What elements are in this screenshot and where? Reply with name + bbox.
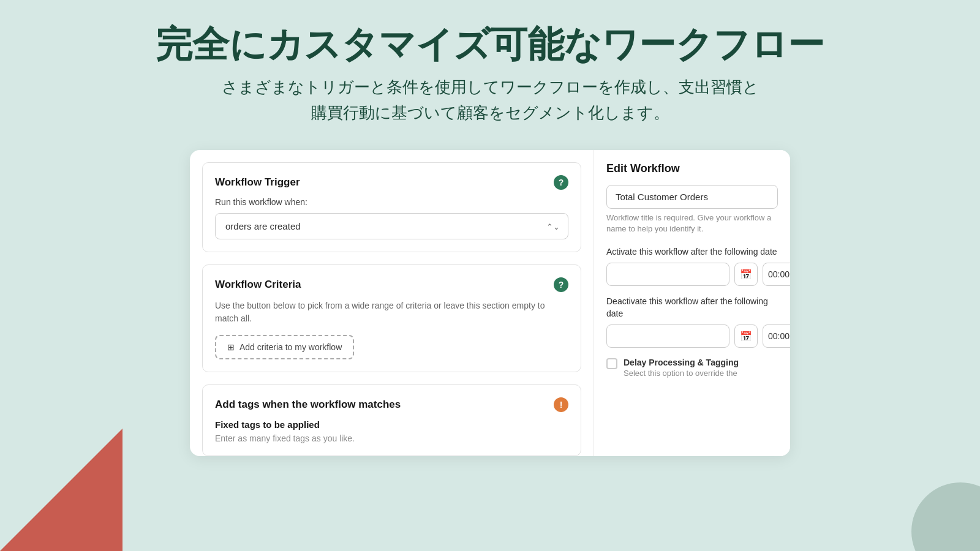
trigger-section: Workflow Trigger ? Run this workflow whe… [202, 162, 581, 252]
delay-sub: Select this option to override the [624, 369, 739, 378]
activate-label: Activate this workflow after the followi… [606, 246, 778, 258]
deactivate-calendar-icon: 📅 [740, 331, 752, 342]
trigger-help-icon[interactable]: ? [554, 175, 568, 190]
add-criteria-label: Add criteria to my workflow [239, 342, 342, 352]
activate-calendar-button[interactable]: 📅 [734, 263, 758, 286]
trigger-title: Workflow Trigger [215, 176, 300, 189]
delay-checkbox-row: Delay Processing & Tagging Select this o… [606, 358, 778, 378]
subtitle-line2: 購買行動に基づいて顧客をセグメント化します。 [311, 103, 669, 122]
tags-section: Add tags when the workflow matches ! Fix… [202, 384, 581, 456]
left-panel: Workflow Trigger ? Run this workflow whe… [190, 150, 594, 456]
delay-text-block: Delay Processing & Tagging Select this o… [624, 358, 739, 378]
tags-header: Add tags when the workflow matches ! [215, 397, 568, 412]
criteria-header: Workflow Criteria ? [215, 277, 568, 292]
tags-warning-icon[interactable]: ! [554, 397, 568, 412]
deactivate-date-row: 📅 00:00 ▲ ▼ [606, 324, 778, 348]
activate-time-value: 00:00 [768, 269, 790, 279]
criteria-description: Use the button below to pick from a wide… [215, 299, 568, 325]
deactivate-time-input[interactable]: 00:00 ▲ ▼ [763, 324, 790, 348]
trigger-run-label: Run this workflow when: [215, 197, 568, 207]
workflow-name-input[interactable] [606, 185, 778, 209]
trigger-select-wrapper: orders are created ⌃⌄ [215, 213, 568, 239]
criteria-help-icon[interactable]: ? [554, 277, 568, 292]
deactivate-label: Deactivate this workflow after the follo… [606, 296, 778, 320]
tags-placeholder-text: Enter as many fixed tags as you like. [215, 433, 568, 443]
fixed-tags-label: Fixed tags to be applied [215, 419, 568, 430]
workflow-name-hint: Workflow title is required. Give your wo… [606, 212, 778, 234]
add-criteria-button[interactable]: ⊞ Add criteria to my workflow [215, 335, 354, 359]
deactivate-calendar-button[interactable]: 📅 [734, 324, 758, 348]
add-criteria-icon: ⊞ [227, 342, 235, 352]
right-panel: Edit Workflow Workflow title is required… [594, 150, 790, 456]
card-wrapper: Workflow Trigger ? Run this workflow whe… [190, 150, 790, 456]
activate-date-input[interactable] [606, 263, 729, 286]
deactivate-date-input[interactable] [606, 324, 729, 348]
page-subtitle: さまざまなトリガーと条件を使用してワークフローを作成し、支出習慣と 購買行動に基… [12, 75, 968, 126]
tags-title: Add tags when the workflow matches [215, 399, 401, 411]
deactivate-time-value: 00:00 [768, 331, 790, 341]
right-panel-title: Edit Workflow [606, 162, 778, 175]
main-container: Workflow Trigger ? Run this workflow whe… [0, 144, 980, 456]
criteria-title: Workflow Criteria [215, 279, 301, 291]
delay-label: Delay Processing & Tagging [624, 358, 739, 367]
page-title: 完全にカスタマイズ可能なワークフロー [12, 24, 968, 65]
trigger-select[interactable]: orders are created [215, 213, 568, 239]
activate-time-input[interactable]: 00:00 ▲ ▼ [763, 263, 790, 286]
subtitle-line1: さまざまなトリガーと条件を使用してワークフローを作成し、支出習慣と [222, 78, 759, 96]
activate-date-row: 📅 00:00 ▲ ▼ [606, 263, 778, 286]
header-section: 完全にカスタマイズ可能なワークフロー さまざまなトリガーと条件を使用してワークフ… [0, 0, 980, 144]
trigger-header: Workflow Trigger ? [215, 175, 568, 190]
criteria-section: Workflow Criteria ? Use the button below… [202, 264, 581, 372]
calendar-icon: 📅 [740, 269, 752, 280]
deco-circle [911, 482, 980, 551]
delay-checkbox[interactable] [606, 358, 617, 369]
